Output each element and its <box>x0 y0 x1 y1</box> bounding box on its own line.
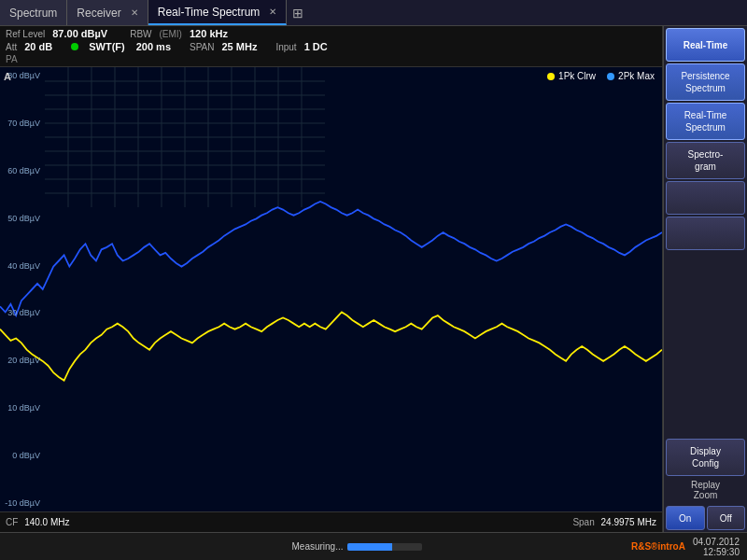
status-bar: Measuring... R&S®introA 04.07.2012 12:59… <box>0 532 747 560</box>
status-date: 04.07.2012 <box>693 537 740 547</box>
main-area: Ref Level 87.00 dBµV RBW (EMI) 120 kHz A… <box>0 26 747 532</box>
tab-receiver-close[interactable]: ✕ <box>131 7 138 18</box>
sidebar-btn-realtime[interactable]: Real-Time <box>666 28 745 62</box>
cf-value: 140.0 MHz <box>24 517 69 527</box>
cf-label: CF <box>6 517 18 527</box>
spectrum-header: Ref Level 87.00 dBµV RBW (EMI) 120 kHz A… <box>0 26 662 67</box>
span-info: Span 24.9975 MHz <box>572 517 656 527</box>
replay-zoom-buttons: On Off <box>666 506 745 530</box>
ref-level-label: Ref Level <box>6 29 45 39</box>
span-label: SPAN <box>190 42 215 52</box>
pa-label: PA <box>6 54 328 64</box>
legend-dot-yellow <box>547 73 555 80</box>
rbw-label: RBW <box>130 29 151 39</box>
sidebar-btn-persistence[interactable]: Persistence Spectrum <box>666 63 745 101</box>
chart-legend: 1Pk Clrw 2Pk Max <box>547 71 655 81</box>
progress-bar <box>347 543 422 551</box>
status-right: R&S®introA 04.07.2012 12:59:30 <box>631 537 740 557</box>
sidebar-btn-empty1 <box>666 181 745 215</box>
replay-zoom-label: Replay Zoom <box>666 478 745 502</box>
legend-label-blue: 2Pk Max <box>618 71 655 81</box>
swt-value: 200 ms <box>136 41 171 52</box>
measuring-label: Measuring... <box>291 541 343 552</box>
tab-receiver[interactable]: Receiver ✕ <box>67 0 148 25</box>
legend-dot-blue <box>607 73 614 80</box>
span-bottom-label: Span <box>572 517 594 527</box>
bottom-bar: CF 140.0 MHz Span 24.9975 MHz <box>0 511 662 532</box>
tab-realtime-close[interactable]: ✕ <box>269 7 276 17</box>
spectrum-panel: Ref Level 87.00 dBµV RBW (EMI) 120 kHz A… <box>0 26 663 532</box>
sidebar-btn-spectrogram[interactable]: Spectro- gram <box>666 142 745 179</box>
datetime-area: 04.07.2012 12:59:30 <box>693 537 740 557</box>
att-label: Att <box>6 42 17 52</box>
tab-receiver-label: Receiver <box>77 7 120 20</box>
legend-item-blue: 2Pk Max <box>607 71 655 81</box>
sidebar-btn-replay-zoom-off[interactable]: Off <box>707 506 746 530</box>
spectrum-chart <box>0 67 662 511</box>
input-label: Input <box>275 42 296 52</box>
swt-indicator <box>71 41 81 52</box>
status-time: 12:59:30 <box>703 547 740 557</box>
channel-label: A <box>4 71 11 82</box>
progress-fill <box>347 543 392 551</box>
input-value: 1 DC <box>304 41 328 52</box>
chart-container: 80 dBµV 70 dBµV 60 dBµV 50 dBµV 40 dBµV … <box>0 67 662 511</box>
sidebar-btn-display-config[interactable]: Display Config <box>666 439 745 476</box>
rbw-mode: (EMI) <box>160 29 182 39</box>
att-value: 20 dB <box>24 41 52 52</box>
tab-spectrum-label: Spectrum <box>9 7 57 20</box>
tab-realtime[interactable]: Real-Time Spectrum ✕ <box>148 0 288 25</box>
span-value: 25 MHz <box>222 41 258 52</box>
tab-bar: Spectrum Receiver ✕ Real-Time Spectrum ✕… <box>0 0 747 26</box>
tab-spectrum[interactable]: Spectrum <box>0 0 67 25</box>
cf-info: CF 140.0 MHz <box>6 517 69 527</box>
sidebar-btn-replay-zoom-on[interactable]: On <box>666 506 705 530</box>
sidebar-btn-empty2 <box>666 217 745 250</box>
tab-grid-icon[interactable]: ⊞ <box>287 0 309 25</box>
legend-label-yellow: 1Pk Clrw <box>558 71 596 81</box>
legend-item-yellow: 1Pk Clrw <box>547 71 596 81</box>
rbw-value: 120 kHz <box>190 28 228 39</box>
status-progress-area: Measuring... <box>291 541 421 552</box>
tab-realtime-label: Real-Time Spectrum <box>158 6 261 19</box>
swt-label: SWT(F) <box>89 41 124 52</box>
span-bottom-value: 24.9975 MHz <box>601 517 656 527</box>
sidebar: Real-Time Persistence Spectrum Real-Time… <box>663 26 747 532</box>
logo-area: R&S®introA <box>631 541 685 552</box>
sidebar-btn-realtime-spectrum[interactable]: Real-Time Spectrum <box>666 103 745 140</box>
ref-level-value: 87.00 dBµV <box>52 28 107 39</box>
